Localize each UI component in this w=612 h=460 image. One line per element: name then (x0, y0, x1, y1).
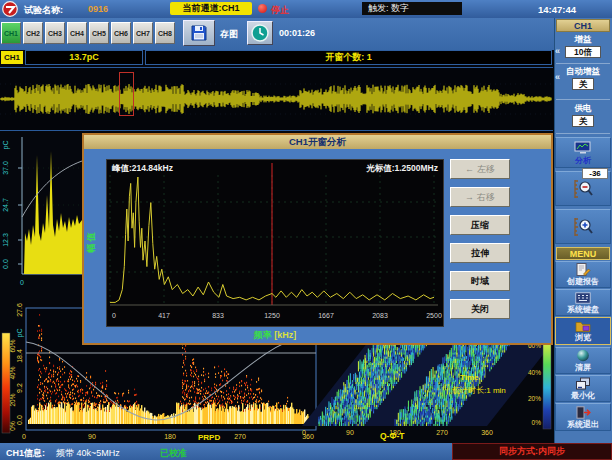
menu-item-browse[interactable]: 浏览 (555, 317, 611, 345)
sidebar-channel-tab[interactable]: CH1 (556, 19, 610, 32)
left-plot-origin: 0 (20, 279, 24, 286)
axis-tick: 270 (234, 433, 246, 440)
colorbar-tick: 40% (528, 369, 541, 376)
power-value-box[interactable]: 关 (572, 115, 594, 127)
app-window: 试验名称: 0916 当前通道:CH1 停止 触发: 数字 14:47:44 C… (0, 0, 612, 460)
shift-right-label: 右移 (477, 191, 495, 204)
axis-tick: 0.0 (2, 259, 9, 269)
collapse-left-icon[interactable]: « (555, 46, 560, 56)
keyboard-icon (575, 292, 591, 304)
peak-value-readout: 峰值:214.84kHz (112, 163, 173, 175)
shift-right-button[interactable]: → 右移 (450, 187, 510, 207)
dialog-title-bar[interactable]: CH1开窗分析 (84, 135, 551, 149)
spectrum-chart[interactable]: 04178331250166720832500 峰值:214.84kHz 光标值… (106, 159, 444, 327)
save-image-label: 存图 (220, 28, 238, 41)
time-domain-button[interactable]: 时域 (450, 271, 510, 291)
axis-tick: 0 (22, 433, 26, 440)
save-image-button[interactable] (183, 20, 215, 46)
compress-button[interactable]: 压缩 (450, 215, 510, 235)
analysis-button[interactable]: 分析 (555, 137, 611, 168)
minimize-windows-icon (575, 377, 591, 390)
menu-item-clear-screen[interactable]: 清屏 (555, 347, 611, 374)
menu-item-create-report[interactable]: 创建报告 (555, 261, 611, 288)
channel-button-ch8[interactable]: CH8 (155, 22, 175, 44)
channel-button-ch5[interactable]: CH5 (89, 22, 109, 44)
prpd-unit: pC (16, 329, 24, 338)
axis-tick: 360 (481, 429, 493, 436)
zoom-in-button[interactable] (555, 209, 611, 244)
channel-button-ch7[interactable]: CH7 (133, 22, 153, 44)
menu-item-label: 最小化 (571, 391, 595, 400)
colorbar-tick: 60% (9, 339, 16, 352)
colorbar-tick: 20% (9, 393, 16, 406)
axis-tick: 417 (158, 312, 170, 319)
qpt-duration-label: 统计时长:1 min (452, 385, 506, 396)
menu-item-label: 系统键盘 (567, 305, 599, 314)
qpt-panel[interactable]: 09018027036060%40%20%0% Time 统计时长:1 min … (300, 330, 553, 443)
stop-label[interactable]: 停止 (271, 4, 289, 17)
channel-button-ch3[interactable]: CH3 (45, 22, 65, 44)
sidebar-menu-tab[interactable]: MENU (556, 247, 610, 260)
axis-tick: 24.7 (2, 198, 9, 212)
sync-mode-badge[interactable]: 同步方式:内同步 (452, 443, 612, 460)
clock-icon (250, 23, 270, 43)
prpd-title: PRPD (198, 433, 220, 442)
band-label: 频带 40k~5MHz (56, 447, 120, 460)
channel-button-ch2[interactable]: CH2 (23, 22, 43, 44)
channel-button-ch6[interactable]: CH6 (111, 22, 131, 44)
gain-value-box[interactable]: 10倍 (565, 46, 601, 58)
analysis-screen-icon (574, 141, 592, 155)
auto-gain-label: 自动增益 (554, 66, 612, 78)
axis-tick: 2500 (426, 312, 442, 319)
axis-tick: 180 (164, 433, 176, 440)
axis-tick: 12.3 (2, 233, 9, 247)
left-plot-unit: pC (2, 141, 10, 150)
menu-item-label: 系统退出 (567, 420, 599, 429)
axis-tick: 27.6 (16, 303, 23, 317)
left-arrow-icon: ← (465, 164, 474, 174)
stop-indicator-icon (258, 4, 267, 13)
shift-left-button[interactable]: ← 左移 (450, 159, 510, 179)
current-channel-badge[interactable]: 当前通道:CH1 (170, 2, 252, 15)
folder-icon (575, 320, 591, 332)
trigger-badge[interactable]: 触发: 数字 (362, 2, 462, 15)
colorbar-tick: 0% (532, 419, 542, 426)
auto-gain-value-box[interactable]: 关 (572, 78, 594, 90)
power-label: 供电 (554, 103, 612, 115)
menu-item-system-keyboard[interactable]: 系统键盘 (555, 289, 611, 316)
menu-item-system-exit[interactable]: 系统退出 (555, 403, 611, 431)
cursor-value-readout: 光标值:1.2500MHz (366, 163, 438, 175)
axis-tick: 2083 (372, 312, 388, 319)
floppy-disk-icon (190, 24, 208, 42)
amplitude-histogram-plot[interactable]: pC37.024.712.30.00 (0, 133, 82, 302)
zoom-in-icon (571, 216, 595, 238)
channel-toolbar: CH1CH2CH3CH4CH5CH6CH7CH8 存图 00:01:26 (0, 18, 554, 50)
app-logo-icon (2, 1, 18, 17)
window-analysis-dialog: CH1开窗分析 幅值 04178331250166720832500 峰值:21… (82, 133, 553, 345)
stretch-button[interactable]: 拉伸 (450, 243, 510, 263)
menu-item-label: 清屏 (575, 363, 591, 372)
menu-item-minimize[interactable]: 最小化 (555, 375, 611, 402)
close-button[interactable]: 关闭 (450, 299, 510, 319)
calibrated-badge: 已校准 (160, 447, 187, 460)
axis-tick: 0 (302, 429, 306, 436)
waveform-panel[interactable] (0, 67, 553, 131)
window-count-readout: 开窗个数: 1 (145, 50, 552, 65)
channel-button-ch4[interactable]: CH4 (67, 22, 87, 44)
waveform-plot (0, 68, 553, 130)
axis-tick: 270 (436, 429, 448, 436)
qpt-plot: 09018027036060%40%20%0% (300, 330, 553, 443)
axis-tick: 0.0 (16, 415, 23, 425)
timer-button[interactable] (247, 21, 273, 45)
elapsed-time: 00:01:26 (279, 28, 315, 38)
test-name-label: 试验名称: (24, 4, 63, 17)
system-clock: 14:47:44 (538, 4, 576, 15)
spectrum-plot: 04178331250166720832500 (106, 159, 444, 327)
axis-tick: 1667 (318, 312, 334, 319)
channel-button-ch1[interactable]: CH1 (1, 22, 21, 44)
exit-door-icon (575, 406, 591, 419)
title-bar: 试验名称: 0916 当前通道:CH1 停止 触发: 数字 14:47:44 (0, 0, 612, 18)
window-selection-box[interactable] (119, 72, 134, 116)
axis-tick: 18.4 (16, 349, 23, 363)
axis-tick: 90 (346, 429, 354, 436)
